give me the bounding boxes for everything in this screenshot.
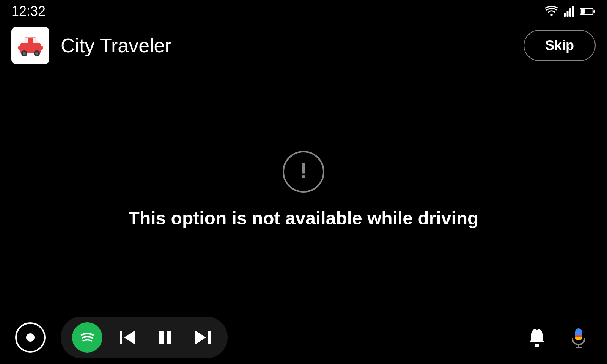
signal-icon (564, 6, 574, 17)
svg-rect-10 (33, 38, 39, 43)
pause-button[interactable] (152, 324, 178, 351)
svg-rect-19 (159, 331, 164, 344)
svg-point-0 (550, 14, 552, 16)
home-dot (26, 333, 35, 342)
svg-rect-6 (581, 9, 585, 14)
home-button[interactable] (15, 322, 46, 353)
svg-marker-18 (124, 331, 135, 344)
car-icon (18, 35, 43, 56)
spotify-icon (78, 328, 97, 347)
error-icon: ! (283, 151, 324, 193)
app-title: City Traveler (61, 34, 171, 57)
svg-rect-1 (564, 13, 566, 17)
notification-icon (526, 326, 548, 348)
pause-icon (155, 328, 175, 347)
svg-rect-16 (39, 46, 43, 50)
svg-point-23 (535, 344, 539, 347)
next-button[interactable] (190, 324, 216, 351)
wifi-icon (545, 6, 558, 17)
svg-rect-20 (167, 331, 171, 344)
svg-rect-24 (535, 327, 538, 330)
svg-rect-7 (593, 10, 595, 13)
previous-icon (117, 328, 137, 347)
spotify-button[interactable] (72, 322, 102, 353)
status-icons (545, 6, 596, 17)
app-info: City Traveler (11, 27, 171, 64)
error-message: This option is not available while drivi… (129, 208, 479, 229)
right-controls (524, 324, 592, 351)
microphone-button[interactable] (565, 324, 592, 351)
svg-rect-17 (120, 331, 122, 344)
svg-marker-22 (195, 331, 206, 344)
app-icon (11, 27, 49, 64)
status-time: 12:32 (11, 3, 46, 19)
svg-rect-4 (572, 6, 574, 17)
svg-rect-2 (567, 11, 569, 17)
svg-rect-9 (22, 38, 28, 43)
battery-icon (580, 7, 596, 16)
bottom-bar (0, 311, 607, 364)
svg-rect-15 (18, 46, 22, 50)
app-header: City Traveler Skip (0, 23, 607, 68)
skip-button[interactable]: Skip (524, 30, 596, 61)
status-bar: 12:32 (0, 0, 607, 23)
microphone-icon (567, 326, 590, 349)
svg-point-14 (35, 52, 38, 55)
svg-rect-21 (208, 331, 211, 344)
svg-rect-29 (575, 337, 582, 340)
previous-button[interactable] (114, 324, 140, 351)
error-exclamation-mark: ! (300, 159, 307, 184)
media-controls-pill (61, 317, 228, 358)
notification-button[interactable] (524, 324, 550, 351)
next-icon (193, 328, 213, 347)
svg-rect-3 (569, 8, 571, 17)
svg-point-12 (23, 52, 26, 55)
main-content: ! This option is not available while dri… (0, 68, 607, 311)
